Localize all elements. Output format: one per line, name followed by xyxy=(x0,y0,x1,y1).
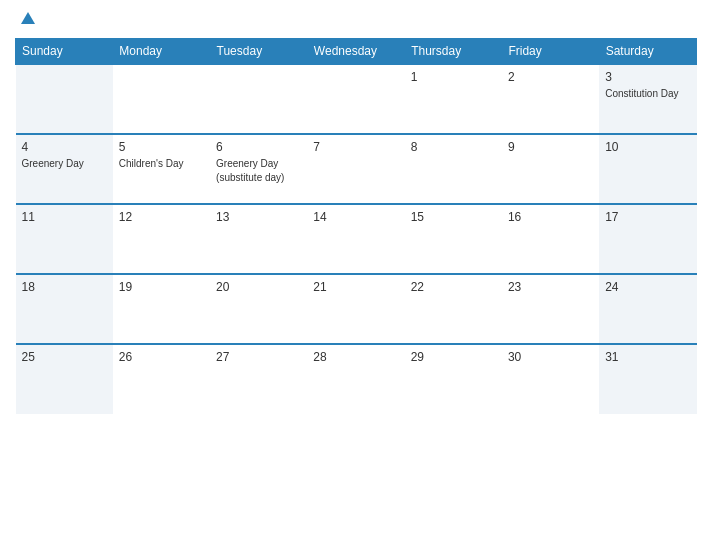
calendar-cell: 2 xyxy=(502,64,599,134)
holiday-label: Children's Day xyxy=(119,158,184,169)
day-number: 31 xyxy=(605,350,690,364)
day-number: 28 xyxy=(313,350,398,364)
day-number: 14 xyxy=(313,210,398,224)
calendar-cell: 31 xyxy=(599,344,696,414)
calendar-cell: 8 xyxy=(405,134,502,204)
day-number: 21 xyxy=(313,280,398,294)
logo-icon xyxy=(19,10,37,28)
day-number: 4 xyxy=(22,140,107,154)
calendar-cell: 12 xyxy=(113,204,210,274)
calendar-cell: 24 xyxy=(599,274,696,344)
day-number: 20 xyxy=(216,280,301,294)
calendar-week-row: 123Constitution Day xyxy=(16,64,697,134)
calendar-cell: 20 xyxy=(210,274,307,344)
calendar-cell: 13 xyxy=(210,204,307,274)
day-number: 10 xyxy=(605,140,690,154)
calendar-cell: 25 xyxy=(16,344,113,414)
day-number: 29 xyxy=(411,350,496,364)
holiday-label: Greenery Day (substitute day) xyxy=(216,158,284,183)
weekday-header: Sunday xyxy=(16,39,113,65)
day-number: 16 xyxy=(508,210,593,224)
calendar-cell xyxy=(307,64,404,134)
calendar-cell: 10 xyxy=(599,134,696,204)
calendar-cell: 22 xyxy=(405,274,502,344)
day-number: 13 xyxy=(216,210,301,224)
calendar-cell: 21 xyxy=(307,274,404,344)
day-number: 11 xyxy=(22,210,107,224)
weekday-header: Saturday xyxy=(599,39,696,65)
calendar-cell: 16 xyxy=(502,204,599,274)
day-number: 3 xyxy=(605,70,690,84)
calendar-week-row: 11121314151617 xyxy=(16,204,697,274)
day-number: 19 xyxy=(119,280,204,294)
svg-marker-0 xyxy=(21,12,35,24)
day-number: 24 xyxy=(605,280,690,294)
calendar-cell: 17 xyxy=(599,204,696,274)
day-number: 17 xyxy=(605,210,690,224)
calendar-cell: 19 xyxy=(113,274,210,344)
calendar-cell: 29 xyxy=(405,344,502,414)
calendar-cell xyxy=(16,64,113,134)
day-number: 25 xyxy=(22,350,107,364)
weekday-header: Monday xyxy=(113,39,210,65)
logo xyxy=(15,10,39,28)
calendar-cell: 18 xyxy=(16,274,113,344)
holiday-label: Constitution Day xyxy=(605,88,678,99)
page: SundayMondayTuesdayWednesdayThursdayFrid… xyxy=(0,0,712,550)
day-number: 6 xyxy=(216,140,301,154)
calendar-cell: 27 xyxy=(210,344,307,414)
weekday-header: Friday xyxy=(502,39,599,65)
day-number: 5 xyxy=(119,140,204,154)
day-number: 1 xyxy=(411,70,496,84)
calendar-cell: 3Constitution Day xyxy=(599,64,696,134)
holiday-label: Greenery Day xyxy=(22,158,84,169)
calendar-cell: 9 xyxy=(502,134,599,204)
calendar-cell: 11 xyxy=(16,204,113,274)
weekday-header: Tuesday xyxy=(210,39,307,65)
day-number: 22 xyxy=(411,280,496,294)
calendar: SundayMondayTuesdayWednesdayThursdayFrid… xyxy=(15,38,697,414)
weekday-header-row: SundayMondayTuesdayWednesdayThursdayFrid… xyxy=(16,39,697,65)
calendar-week-row: 4Greenery Day5Children's Day6Greenery Da… xyxy=(16,134,697,204)
calendar-cell: 7 xyxy=(307,134,404,204)
calendar-week-row: 18192021222324 xyxy=(16,274,697,344)
day-number: 26 xyxy=(119,350,204,364)
day-number: 18 xyxy=(22,280,107,294)
calendar-cell: 5Children's Day xyxy=(113,134,210,204)
calendar-cell xyxy=(210,64,307,134)
calendar-cell: 6Greenery Day (substitute day) xyxy=(210,134,307,204)
calendar-cell: 30 xyxy=(502,344,599,414)
day-number: 12 xyxy=(119,210,204,224)
calendar-cell: 1 xyxy=(405,64,502,134)
calendar-cell: 4Greenery Day xyxy=(16,134,113,204)
day-number: 7 xyxy=(313,140,398,154)
weekday-header: Thursday xyxy=(405,39,502,65)
calendar-cell xyxy=(113,64,210,134)
day-number: 2 xyxy=(508,70,593,84)
calendar-cell: 15 xyxy=(405,204,502,274)
day-number: 9 xyxy=(508,140,593,154)
day-number: 15 xyxy=(411,210,496,224)
header xyxy=(15,10,697,28)
day-number: 23 xyxy=(508,280,593,294)
calendar-week-row: 25262728293031 xyxy=(16,344,697,414)
calendar-cell: 28 xyxy=(307,344,404,414)
calendar-cell: 23 xyxy=(502,274,599,344)
day-number: 8 xyxy=(411,140,496,154)
day-number: 30 xyxy=(508,350,593,364)
calendar-cell: 14 xyxy=(307,204,404,274)
day-number: 27 xyxy=(216,350,301,364)
calendar-cell: 26 xyxy=(113,344,210,414)
weekday-header: Wednesday xyxy=(307,39,404,65)
